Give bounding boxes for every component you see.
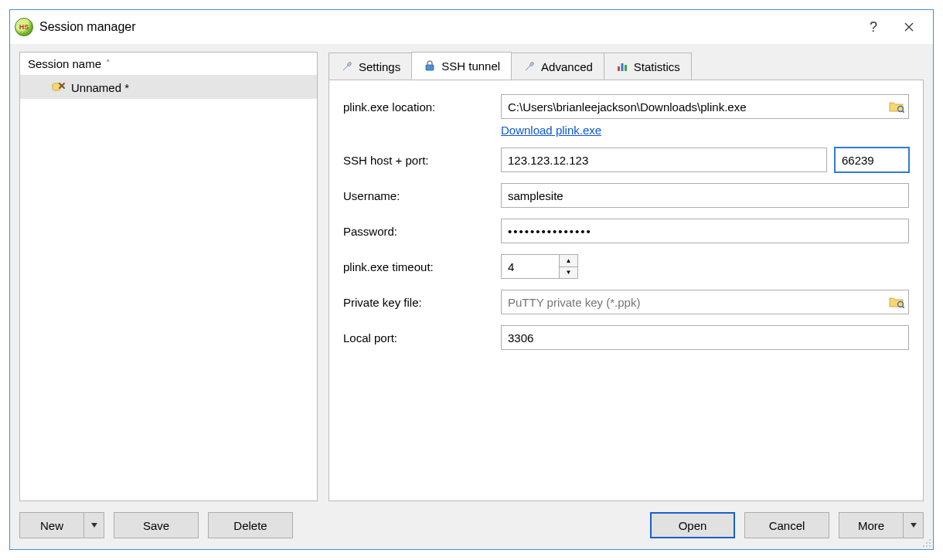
save-button[interactable]: Save xyxy=(114,512,199,538)
svg-rect-3 xyxy=(426,65,434,70)
session-item-label: Unnamed * xyxy=(71,81,129,94)
timeout-spinner: ▲ ▼ xyxy=(501,254,584,279)
wrench-icon xyxy=(340,59,354,73)
tab-label: SSH tunnel xyxy=(441,59,500,73)
browse-folder-icon[interactable] xyxy=(889,296,904,308)
private-key-label: Private key file: xyxy=(343,296,490,309)
password-input[interactable] xyxy=(501,219,909,243)
button-row: New Save Delete Open Cancel More xyxy=(19,511,924,540)
svg-rect-4 xyxy=(618,66,620,71)
local-port-input[interactable] xyxy=(501,325,909,350)
svg-point-14 xyxy=(926,542,928,544)
svg-marker-11 xyxy=(91,523,97,528)
main-row: Session name ˄ xyxy=(19,52,924,501)
new-button-dropdown[interactable] xyxy=(83,513,104,538)
open-button[interactable]: Open xyxy=(650,512,735,538)
new-button[interactable]: New xyxy=(19,512,104,538)
svg-line-8 xyxy=(903,111,905,114)
more-button-dropdown[interactable] xyxy=(903,513,923,538)
titlebar: Session manager ? xyxy=(10,10,933,44)
new-button-label: New xyxy=(20,513,83,538)
resize-grip-icon[interactable] xyxy=(919,535,931,548)
tab-label: Settings xyxy=(359,60,400,73)
ssh-tunnel-panel: plink.exe location: xyxy=(329,80,924,501)
session-list-item[interactable]: Unnamed * xyxy=(20,76,317,99)
plink-location-label: plink.exe location: xyxy=(343,100,490,114)
session-list-items: Unnamed * xyxy=(20,76,317,501)
save-button-label: Save xyxy=(143,519,169,532)
plink-location-field-wrap xyxy=(501,94,909,119)
delete-button-label: Delete xyxy=(233,519,267,532)
tab-label: Statistics xyxy=(634,60,680,73)
close-icon xyxy=(904,22,914,32)
download-plink-link[interactable]: Download plink.exe xyxy=(501,124,601,137)
tabs: Settings SSH tunnel xyxy=(329,52,924,80)
lock-icon xyxy=(423,59,437,73)
chevron-down-icon xyxy=(911,522,917,528)
dialog-body: Session name ˄ xyxy=(10,44,933,549)
local-port-label: Local port: xyxy=(343,331,490,344)
svg-line-10 xyxy=(903,307,905,309)
private-key-field-wrap xyxy=(501,290,909,314)
right-column: Settings SSH tunnel xyxy=(329,52,924,501)
close-button[interactable] xyxy=(891,15,927,39)
username-label: Username: xyxy=(343,189,490,202)
session-icon xyxy=(51,80,65,94)
session-list-header[interactable]: Session name ˄ xyxy=(20,53,317,76)
help-button[interactable]: ? xyxy=(856,15,891,39)
timeout-input[interactable] xyxy=(501,254,560,279)
cancel-button[interactable]: Cancel xyxy=(744,512,829,538)
svg-rect-6 xyxy=(625,65,627,71)
svg-point-15 xyxy=(929,542,931,544)
open-button-label: Open xyxy=(679,519,707,532)
ssh-port-input[interactable] xyxy=(835,148,909,172)
spinner-down[interactable]: ▼ xyxy=(560,267,577,279)
left-column: Session name ˄ xyxy=(19,52,318,501)
tab-settings[interactable]: Settings xyxy=(329,53,412,80)
svg-rect-5 xyxy=(621,63,623,71)
svg-point-16 xyxy=(923,545,924,547)
svg-point-13 xyxy=(929,539,931,541)
window-title: Session manager xyxy=(39,20,856,34)
session-manager-window: Session manager ? Session name ˄ xyxy=(9,9,934,550)
app-icon xyxy=(15,18,33,36)
username-input[interactable] xyxy=(501,183,909,208)
svg-point-18 xyxy=(929,545,931,547)
svg-marker-12 xyxy=(911,523,917,528)
ssh-host-input[interactable] xyxy=(501,148,827,172)
browse-folder-icon[interactable] xyxy=(889,100,904,113)
spinner-up[interactable]: ▲ xyxy=(560,255,577,267)
plink-location-input[interactable] xyxy=(501,94,909,119)
cancel-button-label: Cancel xyxy=(769,519,805,532)
more-button[interactable]: More xyxy=(839,512,924,538)
delete-button[interactable]: Delete xyxy=(208,512,293,538)
bar-chart-icon xyxy=(615,59,629,73)
private-key-input[interactable] xyxy=(501,290,909,314)
ssh-hostport-label: SSH host + port: xyxy=(343,154,490,167)
tab-statistics[interactable]: Statistics xyxy=(604,53,692,80)
sort-asc-icon: ˄ xyxy=(106,59,111,69)
tab-label: Advanced xyxy=(541,60,593,73)
password-label: Password: xyxy=(343,225,490,238)
ssh-hostport-row xyxy=(501,148,909,172)
session-list: Session name ˄ xyxy=(19,52,318,501)
timeout-label: plink.exe timeout: xyxy=(343,260,490,273)
session-list-header-label: Session name xyxy=(28,57,101,70)
svg-point-17 xyxy=(926,545,928,547)
tab-advanced[interactable]: Advanced xyxy=(511,53,604,80)
ssh-form: plink.exe location: xyxy=(343,94,909,350)
chevron-down-icon xyxy=(91,522,97,528)
more-button-label: More xyxy=(839,513,903,538)
tab-ssh-tunnel[interactable]: SSH tunnel xyxy=(411,52,512,80)
spinner-buttons: ▲ ▼ xyxy=(560,254,578,279)
wrench-icon xyxy=(523,59,536,73)
